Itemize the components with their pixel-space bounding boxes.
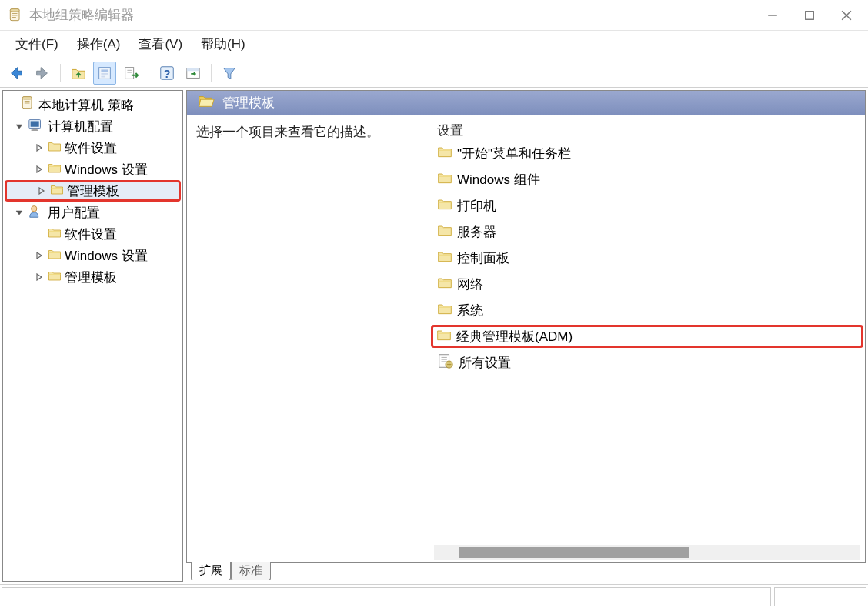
tab-standard[interactable]: 标准 <box>231 562 271 580</box>
list-header-title: 管理模板 <box>222 94 275 112</box>
settings-item-label: 网络 <box>457 276 483 293</box>
folder-icon <box>48 226 62 242</box>
scrollbar-track[interactable] <box>689 547 860 558</box>
tree-label: 软件设置 <box>65 225 117 243</box>
settings-item-classic-adm[interactable]: 经典管理模板(ADM) <box>431 325 863 348</box>
all-settings-icon <box>437 352 454 373</box>
tree-root[interactable]: 本地计算机 策略 <box>5 94 181 115</box>
folder-icon <box>437 145 452 162</box>
tree-pane[interactable]: 本地计算机 策略 计算机配置 软件设置 Windows 设置 管理模板 用户配置 <box>2 90 183 582</box>
settings-item-label: Windows 组件 <box>457 171 540 189</box>
folder-open-icon <box>198 93 215 112</box>
status-cell <box>2 587 771 606</box>
status-bar <box>0 585 868 608</box>
tree-computer-admin-templates[interactable]: 管理模板 <box>5 180 181 202</box>
folder-icon <box>48 162 62 178</box>
properties-button[interactable] <box>93 62 116 85</box>
settings-item-control-panel[interactable]: 控制面板 <box>434 246 860 269</box>
tab-strip: 扩展 标准 <box>186 562 866 582</box>
tree-computer-windows[interactable]: Windows 设置 <box>5 159 181 180</box>
minimize-button[interactable] <box>754 0 791 31</box>
toolbar-separator <box>211 64 212 82</box>
app-icon <box>8 6 23 25</box>
settings-item-label: 经典管理模板(ADM) <box>456 328 573 346</box>
title-bar: 本地组策略编辑器 <box>0 0 868 31</box>
settings-item-windows-components[interactable]: Windows 组件 <box>434 168 860 191</box>
forward-button[interactable] <box>31 62 54 85</box>
chevron-right-icon[interactable] <box>34 272 45 282</box>
settings-item-network[interactable]: 网络 <box>434 272 860 296</box>
toolbar-separator <box>60 64 61 82</box>
scrollbar-thumb[interactable] <box>459 547 689 558</box>
folder-icon <box>50 183 64 199</box>
folder-icon <box>436 328 452 346</box>
list-header: 管理模板 <box>187 91 865 115</box>
right-pane: 管理模板 选择一个项目来查看它的描述。 设置 "开始"菜单和任务栏 <box>186 90 866 582</box>
settings-item-label: 所有设置 <box>459 354 511 372</box>
settings-item-label: 服务器 <box>457 223 496 241</box>
tree-user-admin-templates[interactable]: 管理模板 <box>5 266 181 288</box>
tree-label: 软件设置 <box>65 139 117 157</box>
settings-item-start-taskbar[interactable]: "开始"菜单和任务栏 <box>434 142 860 165</box>
settings-item-label: 系统 <box>457 302 483 319</box>
export-button[interactable] <box>119 62 142 85</box>
settings-item-printers[interactable]: 打印机 <box>434 194 860 217</box>
settings-item-list: "开始"菜单和任务栏 Windows 组件 打印机 服务器 <box>429 140 865 562</box>
folder-icon <box>48 140 62 156</box>
column-resize-handle[interactable] <box>860 117 860 139</box>
menu-bar: 文件(F) 操作(A) 查看(V) 帮助(H) <box>0 31 868 58</box>
folder-icon <box>437 197 452 215</box>
computer-icon <box>28 117 45 136</box>
tree-label: 管理模板 <box>65 269 117 286</box>
tree-user-config[interactable]: 用户配置 <box>5 202 181 223</box>
filter-button[interactable] <box>218 62 241 85</box>
chevron-right-icon[interactable] <box>36 185 47 196</box>
menu-view[interactable]: 查看(V) <box>129 32 192 56</box>
chevron-right-icon[interactable] <box>34 164 45 175</box>
folder-icon <box>437 302 452 319</box>
chevron-right-icon[interactable] <box>34 142 45 153</box>
chevron-right-icon[interactable] <box>34 250 45 261</box>
settings-item-label: 控制面板 <box>457 249 509 267</box>
description-column: 选择一个项目来查看它的描述。 <box>187 115 429 562</box>
settings-item-system[interactable]: 系统 <box>434 299 860 322</box>
tree-label: 计算机配置 <box>48 118 113 135</box>
back-button[interactable] <box>5 62 28 85</box>
folder-icon <box>437 223 452 241</box>
list-container: 管理模板 选择一个项目来查看它的描述。 设置 "开始"菜单和任务栏 <box>186 90 866 563</box>
settings-item-servers[interactable]: 服务器 <box>434 220 860 243</box>
toolbar <box>0 58 868 88</box>
help-button[interactable] <box>155 62 179 85</box>
horizontal-scrollbar[interactable] <box>434 545 860 560</box>
policy-root-icon <box>20 95 35 115</box>
settings-item-all-settings[interactable]: 所有设置 <box>434 351 860 374</box>
folder-icon <box>48 248 62 264</box>
run-button[interactable] <box>182 62 205 85</box>
tree-label: 用户配置 <box>48 204 100 222</box>
description-prompt: 选择一个项目来查看它的描述。 <box>196 125 379 139</box>
tree-user-software[interactable]: 软件设置 <box>5 223 181 245</box>
settings-header[interactable]: 设置 <box>429 115 865 140</box>
folder-icon <box>437 276 452 293</box>
up-folder-button[interactable] <box>67 62 90 85</box>
maximize-button[interactable] <box>791 0 828 31</box>
menu-file[interactable]: 文件(F) <box>6 32 68 56</box>
user-icon <box>28 203 45 222</box>
window-title: 本地组策略编辑器 <box>29 6 754 24</box>
folder-icon <box>437 171 452 189</box>
tab-extended[interactable]: 扩展 <box>191 562 231 580</box>
tree-label: Windows 设置 <box>65 247 148 265</box>
status-cell <box>774 587 866 606</box>
list-body: 选择一个项目来查看它的描述。 设置 "开始"菜单和任务栏 <box>187 115 865 562</box>
settings-column: 设置 "开始"菜单和任务栏 Windows 组件 <box>429 115 865 562</box>
toolbar-separator <box>149 64 149 82</box>
tree-computer-software[interactable]: 软件设置 <box>5 137 181 159</box>
tree-computer-config[interactable]: 计算机配置 <box>5 115 181 137</box>
menu-help[interactable]: 帮助(H) <box>192 32 255 56</box>
close-button[interactable] <box>828 0 865 31</box>
tree-user-windows[interactable]: Windows 设置 <box>5 245 181 266</box>
chevron-down-icon[interactable] <box>14 207 25 218</box>
menu-action[interactable]: 操作(A) <box>68 32 130 56</box>
folder-icon <box>437 249 452 267</box>
chevron-down-icon[interactable] <box>14 121 25 132</box>
